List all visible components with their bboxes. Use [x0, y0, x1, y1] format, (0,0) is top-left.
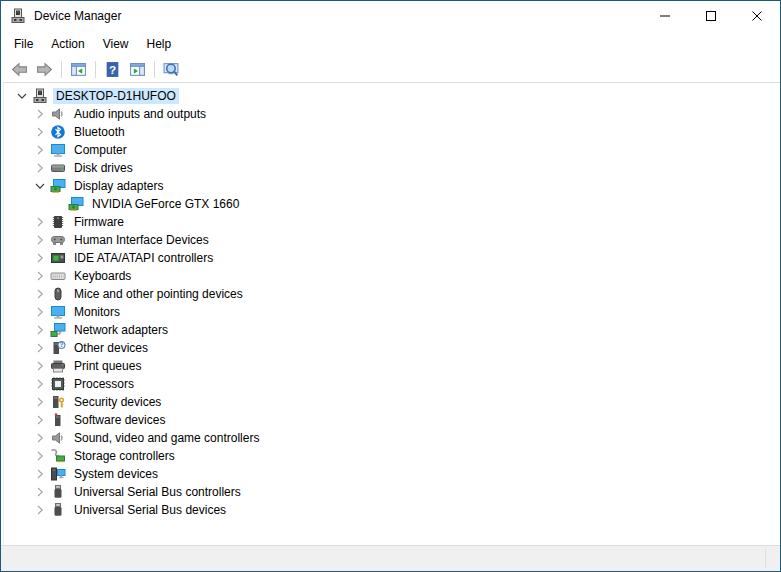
menu-item-help[interactable]: Help — [138, 33, 181, 55]
tree-item-label: Display adapters — [71, 178, 166, 194]
display-adapter-icon — [50, 178, 66, 194]
tree-item-universal-serial-bus-devices[interactable]: Universal Serial Bus devices — [4, 501, 780, 519]
storage-icon — [50, 448, 66, 464]
security-icon — [50, 394, 66, 410]
chevron-right-icon[interactable] — [32, 124, 48, 140]
chevron-right-icon[interactable] — [32, 232, 48, 248]
maximize-button[interactable] — [688, 1, 734, 31]
help-icon: ? — [104, 61, 121, 78]
window-controls — [642, 1, 780, 31]
close-button[interactable] — [734, 1, 780, 31]
help-button[interactable]: ? — [100, 58, 125, 81]
software-icon — [50, 412, 66, 428]
tree-item-label: IDE ATA/ATAPI controllers — [71, 250, 216, 266]
tree-item-universal-serial-bus-controllers[interactable]: Universal Serial Bus controllers — [4, 483, 780, 501]
tree-item-label: Storage controllers — [71, 448, 178, 464]
tree-item-label: Audio inputs and outputs — [71, 106, 209, 122]
processor-icon — [50, 376, 66, 392]
tree-item-label: Computer — [71, 142, 130, 158]
tree-item-label: System devices — [71, 466, 161, 482]
tree-item-system-devices[interactable]: System devices — [4, 465, 780, 483]
scan-for-hardware-changes-button[interactable] — [159, 58, 184, 81]
firmware-icon — [50, 214, 66, 230]
window-title: Device Manager — [34, 9, 121, 23]
keyboard-icon — [50, 268, 66, 284]
tree-item-nvidia-geforce-gtx-1660[interactable]: NVIDIA GeForce GTX 1660 — [4, 195, 780, 213]
tree-item-computer[interactable]: Computer — [4, 141, 780, 159]
monitor-icon — [50, 304, 66, 320]
tree-item-firmware[interactable]: Firmware — [4, 213, 780, 231]
chevron-right-icon[interactable] — [32, 484, 48, 500]
forward-button[interactable] — [32, 58, 57, 81]
tree-item-label: Sound, video and game controllers — [71, 430, 262, 446]
chevron-right-icon[interactable] — [32, 304, 48, 320]
tree-item-human-interface-devices[interactable]: Human Interface Devices — [4, 231, 780, 249]
tree-item-bluetooth[interactable]: Bluetooth — [4, 123, 780, 141]
tree-item-other-devices[interactable]: ?Other devices — [4, 339, 780, 357]
arrow-left-icon — [11, 61, 28, 78]
tree-item-security-devices[interactable]: Security devices — [4, 393, 780, 411]
svg-text:?: ? — [60, 341, 64, 348]
back-button[interactable] — [7, 58, 32, 81]
menu-item-view[interactable]: View — [94, 33, 138, 55]
chevron-right-icon[interactable] — [32, 322, 48, 338]
tree-item-monitors[interactable]: Monitors — [4, 303, 780, 321]
chevron-right-icon[interactable] — [32, 286, 48, 302]
svg-text:?: ? — [109, 62, 116, 75]
tree-item-software-devices[interactable]: Software devices — [4, 411, 780, 429]
chevron-right-icon[interactable] — [32, 448, 48, 464]
chevron-right-icon[interactable] — [32, 394, 48, 410]
tree-item-storage-controllers[interactable]: Storage controllers — [4, 447, 780, 465]
chevron-right-icon[interactable] — [32, 142, 48, 158]
chevron-right-icon[interactable] — [32, 160, 48, 176]
tree-item-label: Disk drives — [71, 160, 136, 176]
tree-item-label: Bluetooth — [71, 124, 128, 140]
chevron-right-icon[interactable] — [32, 214, 48, 230]
title-bar: Device Manager — [1, 1, 780, 31]
menu-item-file[interactable]: File — [5, 33, 42, 55]
properties-button[interactable] — [125, 58, 150, 81]
close-icon — [752, 11, 762, 21]
minimize-button[interactable] — [642, 1, 688, 31]
system-icon — [50, 466, 66, 482]
tree-item-audio-inputs-and-outputs[interactable]: Audio inputs and outputs — [4, 105, 780, 123]
chevron-right-icon[interactable] — [32, 502, 48, 518]
tree-item-keyboards[interactable]: Keyboards — [4, 267, 780, 285]
tree-item-processors[interactable]: Processors — [4, 375, 780, 393]
tree-item-sound-video-and-game-controllers[interactable]: Sound, video and game controllers — [4, 429, 780, 447]
show-console-tree-button[interactable] — [66, 58, 91, 81]
menu-item-action[interactable]: Action — [42, 33, 93, 55]
tree-item-display-adapters[interactable]: Display adapters — [4, 177, 780, 195]
chevron-right-icon[interactable] — [32, 250, 48, 266]
chevron-right-icon[interactable] — [32, 430, 48, 446]
mouse-icon — [50, 286, 66, 302]
chevron-right-icon[interactable] — [32, 376, 48, 392]
chevron-right-icon[interactable] — [32, 268, 48, 284]
maximize-icon — [706, 11, 716, 21]
tree-item-label: Mice and other pointing devices — [71, 286, 246, 302]
minimize-icon — [660, 11, 670, 21]
chevron-right-icon[interactable] — [32, 340, 48, 356]
toolbar-separator — [61, 61, 62, 78]
unknown-device-icon: ? — [50, 340, 66, 356]
chevron-down-icon[interactable] — [32, 178, 48, 194]
chevron-right-icon[interactable] — [32, 466, 48, 482]
chevron-right-icon[interactable] — [32, 412, 48, 428]
tree-item-desktop-d1hufoo[interactable]: DESKTOP-D1HUFOO — [4, 87, 780, 105]
printer-icon — [50, 358, 66, 374]
toolbar-separator — [154, 61, 155, 78]
console-tree-icon — [70, 61, 87, 78]
tree-item-disk-drives[interactable]: Disk drives — [4, 159, 780, 177]
arrow-right-icon — [36, 61, 53, 78]
menu-bar: FileActionViewHelp — [1, 31, 780, 56]
resize-grip[interactable] — [765, 549, 766, 568]
chevron-right-icon[interactable] — [32, 106, 48, 122]
tree-item-label: Network adapters — [71, 322, 171, 338]
chevron-right-icon[interactable] — [32, 358, 48, 374]
tree-item-mice-and-other-pointing-devices[interactable]: Mice and other pointing devices — [4, 285, 780, 303]
tree-item-label: Processors — [71, 376, 137, 392]
tree-item-network-adapters[interactable]: Network adapters — [4, 321, 780, 339]
tree-item-print-queues[interactable]: Print queues — [4, 357, 780, 375]
chevron-down-icon[interactable] — [14, 88, 30, 104]
tree-item-ide-ata-atapi-controllers[interactable]: IDE ATA/ATAPI controllers — [4, 249, 780, 267]
